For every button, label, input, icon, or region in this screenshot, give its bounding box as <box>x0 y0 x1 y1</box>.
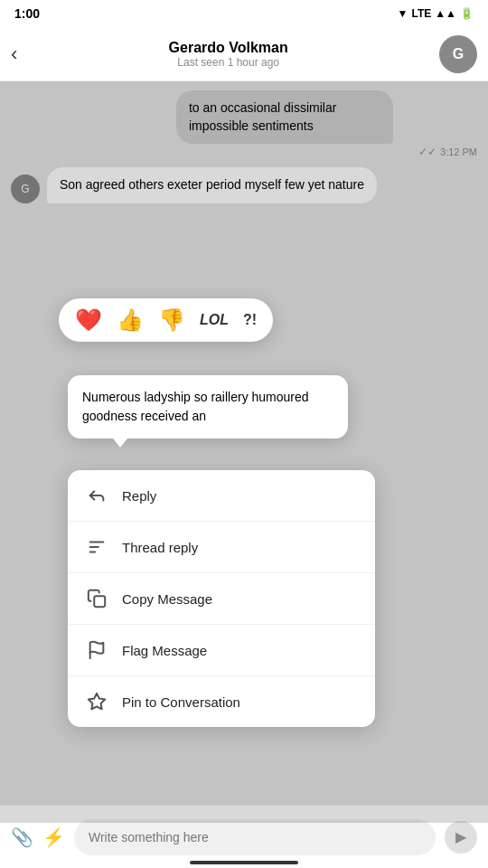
time: 1:00 <box>14 6 40 21</box>
send-icon: ▶ <box>455 828 466 845</box>
flag-message-label: Flag Message <box>122 643 207 658</box>
signal-icon: ▲▲ <box>435 7 456 20</box>
svg-rect-3 <box>94 596 105 607</box>
flag-icon <box>86 639 108 661</box>
header-info: Gerardo Volkman Last seen 1 hour ago <box>28 40 428 69</box>
context-menu: Reply Thread reply Copy Message <box>68 470 375 727</box>
copy-icon <box>86 588 108 609</box>
copy-message-label: Copy Message <box>122 591 212 607</box>
send-button[interactable]: ▶ <box>445 821 477 854</box>
avatar[interactable]: G <box>439 35 477 73</box>
qi-reaction[interactable]: ?! <box>243 312 257 328</box>
flag-message-menu-item[interactable]: Flag Message <box>68 625 375 676</box>
attach-button[interactable]: 📎 <box>11 826 33 848</box>
thread-icon <box>86 536 108 558</box>
header: ‹ Gerardo Volkman Last seen 1 hour ago G <box>0 27 488 81</box>
reply-menu-item[interactable]: Reply <box>68 470 375 522</box>
reply-icon <box>86 485 108 506</box>
back-icon: ‹ <box>11 42 17 65</box>
contact-name: Gerardo Volkman <box>28 40 428 56</box>
back-button[interactable]: ‹ <box>11 42 17 66</box>
lol-reaction[interactable]: LOL <box>200 312 229 328</box>
thumbsdown-reaction[interactable]: 👎 <box>158 307 185 333</box>
wifi-icon: ▼ <box>398 7 408 20</box>
pin-icon <box>86 691 108 712</box>
contact-status: Last seen 1 hour ago <box>28 56 428 69</box>
message-preview-bubble: Numerous ladyship so raillery humoured g… <box>68 375 348 439</box>
status-icons: ▼ LTE ▲▲ 🔋 <box>398 7 474 20</box>
heart-reaction[interactable]: ❤️ <box>75 307 102 333</box>
home-indicator <box>190 861 298 864</box>
pin-label: Pin to Conversation <box>122 694 240 710</box>
reaction-popup: ❤️ 👍 👎 LOL ?! <box>59 298 273 342</box>
bolt-button[interactable]: ⚡ <box>42 826 65 848</box>
battery-icon: 🔋 <box>460 7 474 20</box>
reply-label: Reply <box>122 488 156 504</box>
lte-label: LTE <box>411 7 431 20</box>
copy-message-menu-item[interactable]: Copy Message <box>68 573 375 625</box>
avatar-initial: G <box>453 46 464 62</box>
pin-menu-item[interactable]: Pin to Conversation <box>68 676 375 727</box>
thumbsup-reaction[interactable]: 👍 <box>117 307 144 333</box>
thread-reply-menu-item[interactable]: Thread reply <box>68 522 375 573</box>
status-bar: 1:00 ▼ LTE ▲▲ 🔋 <box>0 0 488 27</box>
message-input[interactable] <box>74 819 436 855</box>
preview-text: Numerous ladyship so raillery humoured g… <box>82 390 309 423</box>
chat-area: to an occasional dissimilar impossible s… <box>0 81 488 823</box>
thread-reply-label: Thread reply <box>122 540 198 555</box>
